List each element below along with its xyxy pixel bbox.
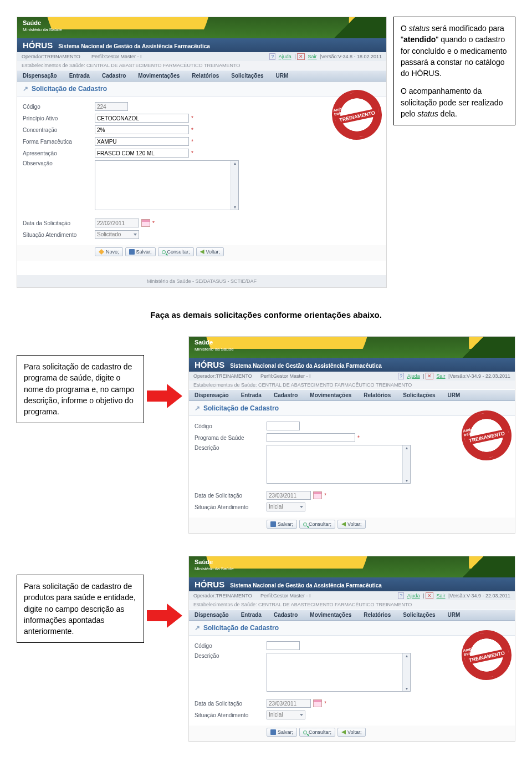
required-marker: * [191,139,193,145]
salvar-button[interactable]: Salvar; [267,520,297,529]
menu-relatorios[interactable]: Relatórios [364,612,391,618]
calendar-icon[interactable] [141,219,150,227]
new-icon [99,249,104,255]
data-input[interactable] [267,491,311,500]
expand-icon[interactable]: ↗ [195,624,200,632]
codigo-input[interactable] [267,422,300,430]
help-icon[interactable]: ? [398,373,404,379]
salvar-button[interactable]: Salvar; [267,728,297,737]
version-label: |Versão:V-34.8 - 18.02.2011 [320,54,382,59]
codigo-label: Código [23,104,95,110]
expand-icon[interactable]: ↗ [195,404,200,412]
establishment-label: Estabelecimentos de Saúde: CENTRAL DE AB… [17,61,386,70]
scrollbar[interactable]: ▴▾ [402,445,410,483]
menu-entrada[interactable]: Entrada [241,612,262,618]
required-marker: * [324,701,326,707]
codigo-label: Código [195,423,267,429]
help-link[interactable]: Ajuda [407,373,420,379]
descricao-textarea[interactable]: ▴▾ [267,445,411,484]
screenshot-1: Saúde Ministério da Saúde HÓRUS Sistema … [17,17,387,288]
required-marker: * [152,220,155,226]
required-marker: * [191,127,193,133]
horus-logo: HÓRUS [23,40,53,50]
principio-input[interactable] [95,114,189,123]
menu-movimentacoes[interactable]: Movimentações [138,73,180,79]
help-icon[interactable]: ? [398,592,404,599]
situacao-select[interactable]: Inicial [267,711,305,719]
menu-dispensacao[interactable]: Dispensação [23,73,57,79]
menu-urm[interactable]: URM [448,392,461,398]
callout-produtos: Para solicitação de cadastro de produtos… [17,575,144,643]
expand-icon[interactable]: ↗ [23,85,28,93]
codigo-input[interactable] [95,102,128,111]
button-row: Novo; Salvar; Consultar; Voltar; [17,245,386,261]
exit-icon[interactable]: ✕ [297,53,305,60]
menu-solicitacoes[interactable]: Solicitações [403,612,435,618]
codigo-input[interactable] [267,641,300,650]
horus-bar: HÓRUS Sistema Nacional de Gestão da Assi… [17,38,386,52]
menu-entrada[interactable]: Entrada [241,392,262,398]
back-icon [341,730,346,734]
button-row: Salvar; Consultar; Voltar; [189,518,515,533]
observacao-label: Observação [23,160,95,166]
situacao-select[interactable]: Inicial [267,503,305,511]
exit-icon[interactable]: ✕ [426,373,433,379]
exit-link[interactable]: Sair [437,593,446,598]
menu-movimentacoes[interactable]: Movimentações [310,392,351,398]
menu-cadastro[interactable]: Cadastro [102,73,126,79]
exit-link[interactable]: Sair [437,373,446,379]
menu-solicitacoes[interactable]: Solicitações [231,73,263,79]
voltar-button[interactable]: Voltar; [337,520,366,529]
scrollbar[interactable]: ▴▾ [402,653,410,691]
operator-label: Operador:TREINAMENTO [22,54,80,59]
situacao-select[interactable]: Solicitado [95,230,139,239]
novo-button[interactable]: Novo; [95,247,123,256]
concentracao-label: Concentração [23,127,95,133]
help-link[interactable]: Ajuda [279,54,291,59]
menu-urm[interactable]: URM [276,73,289,79]
menu-cadastro[interactable]: Cadastro [274,612,298,618]
help-link[interactable]: Ajuda [407,593,420,598]
consultar-button[interactable]: Consultar; [299,520,335,529]
programa-input[interactable] [267,433,355,442]
forma-label: Forma Famacêutica [23,139,95,145]
voltar-button[interactable]: Voltar; [196,247,224,256]
consultar-button[interactable]: Consultar; [299,728,335,737]
menu-relatorios[interactable]: Relatórios [364,392,391,398]
concentracao-input[interactable] [95,125,189,134]
help-icon[interactable]: ? [269,53,275,60]
menu-urm[interactable]: URM [448,612,461,618]
situacao-label: Situação Atendimento [195,504,267,510]
forma-input[interactable] [95,137,189,146]
descricao-textarea[interactable]: ▴▾ [267,653,411,692]
exit-link[interactable]: Sair [308,54,317,59]
page-title: Solicitação de Cadastro [32,85,107,93]
menu-entrada[interactable]: Entrada [69,73,90,79]
horus-bar: HÓRUS Sistema Nacional de Gestão da Assi… [189,577,515,591]
menu-cadastro[interactable]: Cadastro [274,392,298,398]
data-input[interactable] [267,699,311,708]
menu-solicitacoes[interactable]: Solicitações [403,392,435,398]
menu-relatorios[interactable]: Relatórios [192,73,219,79]
calendar-icon[interactable] [313,699,322,707]
scrollbar[interactable]: ▴▾ [231,161,238,210]
data-input[interactable] [95,219,139,227]
required-marker: * [357,435,360,441]
header-band: Saúde Ministério da Saúde [189,556,515,577]
apresentacao-input[interactable] [95,149,189,158]
menu-dispensacao[interactable]: Dispensação [195,392,229,398]
calendar-icon[interactable] [313,491,322,499]
salvar-button[interactable]: Salvar; [125,247,156,256]
menu-movimentacoes[interactable]: Movimentações [310,612,351,618]
data-label: Data da Solicitação [195,701,267,707]
menu-dispensacao[interactable]: Dispensação [195,612,229,618]
screenshot-3: Saúde Ministério da Saúde HÓRUS Sistema … [188,556,515,742]
exit-icon[interactable]: ✕ [426,592,433,599]
info-bar: Operador:TREINAMENTO Perfil:Gestor Maste… [189,591,515,600]
voltar-button[interactable]: Voltar; [337,728,366,737]
consultar-button[interactable]: Consultar; [158,247,194,256]
search-icon [303,523,307,526]
arrow-icon [147,384,186,408]
required-marker: * [191,150,193,156]
observacao-textarea[interactable]: ▴▾ [95,160,239,210]
